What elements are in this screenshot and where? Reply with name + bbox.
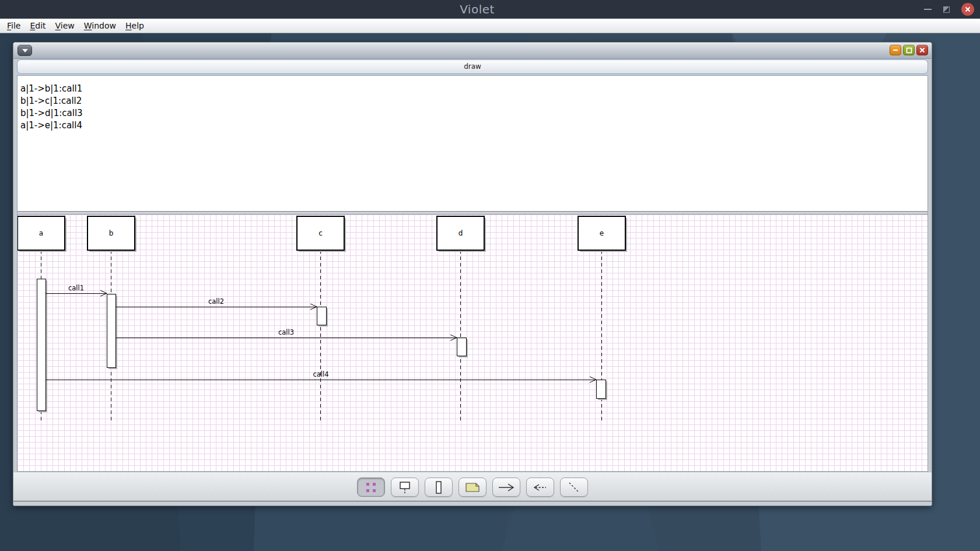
message-label: call2: [208, 297, 224, 306]
window-controls: [924, 0, 974, 19]
return-message-tool-button[interactable]: [526, 478, 554, 497]
dashed-diagonal-line-icon: [567, 480, 581, 494]
object-node-icon: [398, 480, 412, 494]
activation-bar-tool-button[interactable]: [425, 478, 453, 497]
object-nodes: abcde: [18, 216, 627, 252]
script-editor[interactable]: a|1->b|1:call1b|1->c|1:call2b|1->d|1:cal…: [18, 76, 928, 211]
desktop-screen: Violet FileEditViewWindowHelp: [0, 0, 980, 551]
frame-menu-button[interactable]: [18, 45, 32, 56]
menu-window[interactable]: Window: [79, 20, 121, 31]
restore-icon: [943, 6, 950, 13]
message-call1[interactable]: call1: [46, 284, 107, 296]
object-label: c: [318, 229, 323, 237]
activation-bar-icon: [432, 480, 446, 494]
object-node-e[interactable]: e: [578, 216, 627, 252]
editor-line: b|1->d|1:call3: [20, 107, 928, 120]
object-node-tool-button[interactable]: [391, 478, 419, 497]
grabber-icon: [365, 481, 377, 494]
object-node-a[interactable]: a: [18, 216, 66, 252]
editor-line: a|1->b|1:call1: [20, 83, 928, 95]
lifelines: [41, 250, 602, 422]
editor-line: b|1->c|1:call2: [20, 95, 928, 107]
frame-maximize-button[interactable]: [903, 45, 915, 55]
object-node-c[interactable]: c: [297, 216, 346, 252]
menu-help[interactable]: Help: [121, 20, 149, 31]
note-tool-button[interactable]: [459, 478, 487, 497]
diagram-panel[interactable]: abcdecall1call2call3call4: [18, 215, 928, 471]
frame-bottom-edge: [13, 501, 932, 506]
minimize-icon: [924, 9, 932, 10]
internal-frame: draw a|1->b|1:call1b|1->c|1:call2b|1->d|…: [13, 42, 932, 506]
maximize-icon: [906, 47, 912, 54]
message-label: call1: [68, 284, 84, 292]
app-minimize-button[interactable]: [924, 9, 932, 10]
activation-bar-a[interactable]: [37, 279, 47, 412]
diagram-tab[interactable]: draw: [17, 59, 928, 74]
message-label: call4: [313, 370, 328, 378]
diagram-toolbar: [13, 472, 932, 506]
activation-bar-c[interactable]: [317, 307, 328, 327]
close-icon: [919, 47, 925, 53]
frame-titlebar[interactable]: [13, 43, 932, 59]
tab-title: draw: [464, 62, 481, 71]
menu-view[interactable]: View: [51, 20, 79, 31]
frame-close-button[interactable]: [916, 45, 928, 55]
activation-bar-e[interactable]: [596, 380, 607, 400]
object-node-d[interactable]: d: [437, 216, 486, 252]
frame-content: a|1->b|1:call1b|1->c|1:call2b|1->d|1:cal…: [17, 75, 928, 472]
object-label: e: [600, 229, 604, 237]
activation-bar-b[interactable]: [107, 294, 117, 369]
message-call3[interactable]: call3: [116, 328, 457, 341]
minimize-icon: [892, 47, 898, 53]
message-label: call3: [278, 328, 294, 336]
activation-bars: [37, 279, 607, 412]
object-label: a: [39, 229, 43, 237]
arrow-right-icon: [498, 482, 515, 493]
menu-file[interactable]: File: [2, 20, 25, 31]
dashed-arrow-left-icon: [533, 483, 548, 492]
sequence-diagram: abcdecall1call2call3call4: [18, 215, 928, 471]
app-title: Violet: [0, 0, 954, 19]
tool-row: [13, 472, 932, 497]
object-label: b: [109, 229, 114, 237]
object-label: d: [459, 229, 463, 237]
chevron-down-icon: [22, 49, 28, 52]
editor-line: a|1->e|1:call4: [20, 120, 928, 132]
note-icon: [464, 481, 481, 494]
frame-controls: [890, 45, 928, 55]
close-icon: [965, 6, 971, 12]
activation-bar-d[interactable]: [457, 338, 468, 357]
app-close-button[interactable]: [961, 3, 974, 16]
call-message-tool-button[interactable]: [492, 478, 520, 497]
select-tool-button[interactable]: [357, 478, 385, 497]
message-call2[interactable]: call2: [116, 297, 317, 310]
menu-edit[interactable]: Edit: [25, 20, 50, 31]
app-restore-button[interactable]: [943, 6, 950, 13]
object-node-b[interactable]: b: [88, 216, 136, 252]
frame-minimize-button[interactable]: [890, 45, 901, 55]
app-titlebar: Violet: [0, 0, 980, 19]
note-connector-tool-button[interactable]: [560, 478, 588, 497]
menubar: FileEditViewWindowHelp: [0, 19, 980, 33]
